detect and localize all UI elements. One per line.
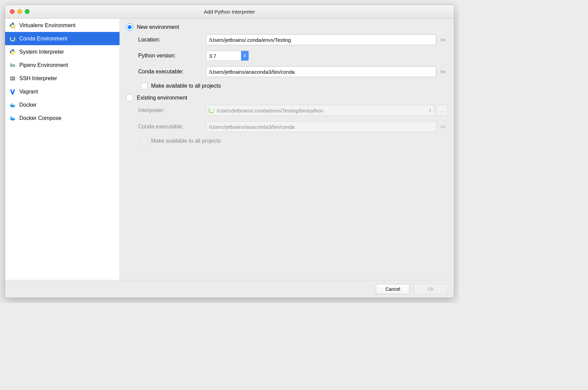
make-available-row[interactable]: Make available to all projects xyxy=(141,83,448,89)
existing-make-available-label: Make available to all projects xyxy=(151,138,221,144)
sidebar-item-label: Docker Compose xyxy=(19,115,61,121)
existing-make-available-row: Make available to all projects xyxy=(141,138,448,144)
conda-exec-field-wrap: /Users/jetbrains/anaconda3/bin/conda xyxy=(206,66,448,77)
svg-text:v: v xyxy=(14,26,15,28)
svg-rect-13 xyxy=(12,117,13,118)
dialog-window: Add Python Interpreter v Virtualenv Envi… xyxy=(5,5,454,298)
new-environment-radio-row[interactable]: New environment xyxy=(126,23,448,31)
dialog-title: Add Python Interpreter xyxy=(5,9,454,15)
conda-icon xyxy=(208,107,215,113)
python-icon: v xyxy=(9,22,16,29)
window-controls xyxy=(10,9,30,14)
svg-rect-11 xyxy=(12,118,13,119)
maximize-window-icon[interactable] xyxy=(25,9,30,14)
svg-rect-9 xyxy=(12,103,13,104)
svg-rect-5 xyxy=(10,76,15,81)
conda-exec-label: Conda executable: xyxy=(138,69,206,75)
sidebar-item-pipenv[interactable]: Pipenv Environment xyxy=(5,58,120,72)
sidebar-item-label: Vagrant xyxy=(19,89,38,95)
svg-point-3 xyxy=(12,50,12,50)
combo-arrows-icon: ▲▼ xyxy=(426,108,434,112)
sidebar-item-label: Conda Environment xyxy=(19,36,67,42)
interpreter-more-button: … xyxy=(436,105,448,116)
make-available-label: Make available to all projects xyxy=(151,83,221,89)
ok-button: OK xyxy=(414,284,448,294)
radio-existing-environment[interactable] xyxy=(126,94,133,102)
existing-conda-exec-wrap: /Users/jetbrains/anaconda3/bin/conda xyxy=(206,121,448,132)
svg-rect-14 xyxy=(10,117,11,118)
interpreter-field-wrap: /Users/jetbrains/.conda/envs/Testing/bin… xyxy=(206,105,448,116)
vagrant-icon xyxy=(9,88,16,95)
svg-rect-6 xyxy=(10,104,11,105)
sidebar-item-label: Virtualenv Environment xyxy=(19,22,75,29)
sidebar-item-docker[interactable]: Docker xyxy=(5,98,120,111)
svg-point-1 xyxy=(13,27,14,28)
dialog-footer: Cancel OK xyxy=(5,280,454,298)
cancel-button[interactable]: Cancel xyxy=(376,284,410,294)
titlebar: Add Python Interpreter xyxy=(5,5,454,19)
radio-new-environment[interactable] xyxy=(126,23,133,31)
existing-environment-label: Existing environment xyxy=(137,95,187,101)
sidebar-item-label: SSH Interpreter xyxy=(19,75,57,82)
browse-existing-conda-exec-button xyxy=(438,121,448,132)
svg-point-0 xyxy=(12,23,12,24)
python-version-label: Python version: xyxy=(138,53,206,59)
sidebar-item-docker-compose[interactable]: Docker Compose xyxy=(5,111,120,125)
existing-environment-form: Interpreter: /Users/jetbrains/.conda/env… xyxy=(138,105,448,144)
sidebar-item-label: Docker xyxy=(19,102,37,108)
terminal-icon xyxy=(9,75,16,82)
svg-rect-10 xyxy=(10,118,11,119)
existing-environment-radio-row[interactable]: Existing environment xyxy=(126,94,448,102)
svg-rect-7 xyxy=(12,104,13,105)
existing-conda-exec-input: /Users/jetbrains/anaconda3/bin/conda xyxy=(206,121,436,132)
python-icon xyxy=(9,49,16,55)
python-version-select[interactable]: 3.7 ▲▼ xyxy=(206,51,249,61)
make-available-checkbox[interactable] xyxy=(141,83,148,89)
sidebar-item-virtualenv[interactable]: v Virtualenv Environment xyxy=(5,19,120,32)
location-label: Location: xyxy=(138,37,206,43)
sidebar-item-label: Pipenv Environment xyxy=(19,62,68,68)
conda-icon xyxy=(9,35,16,42)
dialog-body: v Virtualenv Environment Conda Environme… xyxy=(5,19,454,280)
svg-rect-8 xyxy=(13,104,14,105)
interpreter-value: /Users/jetbrains/.conda/envs/Testing/bin… xyxy=(217,108,424,113)
new-environment-form: Location: /Users/jetbrains/.conda/envs/T… xyxy=(138,34,448,89)
location-field-wrap: /Users/jetbrains/.conda/envs/Testing xyxy=(206,34,448,45)
svg-point-4 xyxy=(13,54,14,54)
close-window-icon[interactable] xyxy=(10,9,15,14)
main-panel: New environment Location: /Users/jetbrai… xyxy=(120,19,454,280)
select-arrows-icon: ▲▼ xyxy=(241,51,249,60)
folder-icon xyxy=(9,62,16,69)
docker-icon xyxy=(9,102,16,108)
existing-conda-exec-label: Conda executable: xyxy=(138,124,206,130)
docker-compose-icon xyxy=(9,115,16,122)
python-version-value: 3.7 xyxy=(206,51,241,60)
sidebar-item-label: System Interpreter xyxy=(19,49,64,55)
interpreter-combo: /Users/jetbrains/.conda/envs/Testing/bin… xyxy=(206,105,434,116)
sidebar-item-ssh[interactable]: SSH Interpreter xyxy=(5,72,120,85)
interpreter-label: Interpreter: xyxy=(138,107,206,113)
sidebar-item-conda[interactable]: Conda Environment xyxy=(5,32,120,45)
location-input[interactable]: /Users/jetbrains/.conda/envs/Testing xyxy=(206,34,436,45)
minimize-window-icon[interactable] xyxy=(17,9,22,14)
existing-make-available-checkbox xyxy=(141,138,148,144)
new-environment-label: New environment xyxy=(137,24,179,30)
svg-rect-12 xyxy=(13,118,14,119)
conda-exec-input[interactable]: /Users/jetbrains/anaconda3/bin/conda xyxy=(206,66,436,77)
sidebar-item-vagrant[interactable]: Vagrant xyxy=(5,85,120,98)
interpreter-type-sidebar: v Virtualenv Environment Conda Environme… xyxy=(5,19,120,280)
browse-conda-exec-button[interactable] xyxy=(438,66,448,77)
sidebar-item-system[interactable]: System Interpreter xyxy=(5,45,120,58)
browse-location-button[interactable] xyxy=(438,34,448,45)
python-version-select-wrap: 3.7 ▲▼ xyxy=(206,51,448,61)
